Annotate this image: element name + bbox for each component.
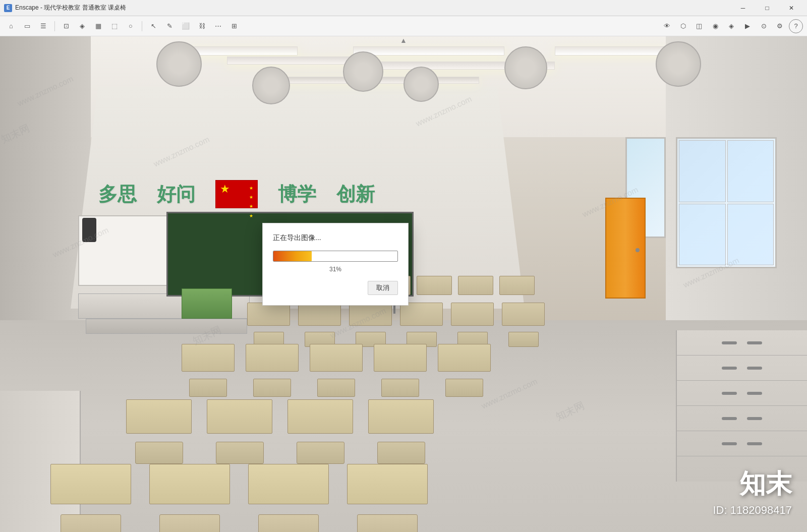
chair-seat	[216, 442, 264, 464]
desk-surface	[310, 344, 363, 372]
cube-button[interactable]: ⬡	[676, 19, 690, 33]
desk-unit	[417, 276, 452, 295]
eye-button[interactable]: 👁	[660, 19, 674, 33]
ceiling-fan-1	[156, 41, 202, 87]
desk-surface	[400, 303, 443, 326]
window-controls: ─ □ ✕	[731, 0, 803, 16]
desk-unit	[126, 399, 192, 464]
desk-unit	[246, 344, 299, 397]
toolbar-separator-2	[142, 21, 142, 31]
window-pane	[727, 140, 774, 202]
more-button[interactable]: ⋯	[211, 19, 225, 33]
desk-unit	[298, 303, 341, 347]
image-button[interactable]: ⬜	[179, 19, 193, 33]
desk-unit	[248, 464, 329, 532]
app-icon: E	[4, 4, 12, 12]
desk-row-2	[247, 303, 545, 347]
ceiling-fan-2	[343, 51, 383, 92]
view-button[interactable]: ⊙	[757, 19, 771, 33]
cabinet-handle	[722, 341, 737, 344]
draw-button[interactable]: ✎	[162, 19, 177, 33]
desk-row-3	[182, 344, 491, 397]
chair-seat	[61, 514, 121, 532]
cabinet-handle	[747, 341, 762, 344]
cabinet-row-4	[677, 406, 807, 431]
toolbar-separator-1	[54, 21, 55, 31]
chair-seat	[297, 442, 344, 464]
window-pane	[727, 204, 774, 266]
toolbar-right: 👁 ⬡ ◫ ◉ ◈ ▶ ⊙ ⚙ ?	[660, 19, 803, 33]
desk-unit	[207, 399, 272, 464]
dimension-button[interactable]: ◫	[692, 19, 706, 33]
help-button[interactable]: ?	[789, 19, 803, 33]
motto-1: 多思	[98, 182, 137, 207]
desk-surface	[374, 344, 427, 372]
brand-name: 知末	[713, 466, 792, 502]
ceiling-light-2	[353, 46, 504, 55]
desk-surface	[149, 464, 230, 504]
sphere-button[interactable]: ◉	[708, 19, 722, 33]
close-button[interactable]: ✕	[780, 0, 803, 16]
chair-seat	[317, 379, 355, 397]
desk-surface	[499, 276, 535, 295]
chair-seat	[159, 514, 220, 532]
desk-surface	[349, 303, 392, 326]
desk-unit	[50, 464, 131, 532]
cursor-button[interactable]: ↖	[146, 19, 160, 33]
lectern	[182, 288, 232, 319]
desk-row-4	[126, 399, 434, 464]
chair-seat	[357, 514, 418, 532]
cancel-button[interactable]: 取消	[368, 281, 398, 295]
link-button[interactable]: ⛓	[195, 19, 209, 33]
desk-unit	[149, 464, 230, 532]
desk-surface	[287, 399, 353, 434]
desk-unit	[374, 344, 427, 397]
maximize-button[interactable]: □	[756, 0, 779, 16]
motto-2: 好问	[157, 182, 195, 207]
desk-surface	[246, 344, 299, 372]
chair-seat	[381, 379, 419, 397]
desk-surface	[438, 344, 491, 372]
ceiling-light-3	[555, 46, 666, 55]
top-handle[interactable]: ▲	[400, 36, 407, 44]
toolbar: ⌂ ▭ ☰ ⊡ ◈ ▦ ⬚ ○ ↖ ✎ ⬜ ⛓ ⋯ ⊞ 👁 ⬡ ◫ ◉ ◈ ▶ …	[0, 16, 807, 36]
desk-unit	[247, 303, 290, 347]
mottos-container: 多思 好问 ★ ★★★★ 博学 创新	[98, 180, 441, 208]
dialog-title: 正在导出图像...	[273, 233, 398, 243]
globe-button[interactable]: ○	[124, 19, 138, 33]
settings-button[interactable]: ◈	[75, 19, 89, 33]
extra-button[interactable]: ⊞	[227, 19, 241, 33]
title-bar: E Enscape - 现代学校教室 普通教室 课桌椅 ─ □ ✕	[0, 0, 807, 16]
desk-unit	[368, 399, 434, 464]
gear-button[interactable]: ⚙	[773, 19, 787, 33]
window-pane	[679, 204, 726, 266]
ceiling-fan-4	[656, 41, 701, 87]
desk-unit	[458, 276, 493, 295]
viewport: 多思 好问 ★ ★★★★ 博学 创新	[0, 36, 807, 532]
window-pane	[679, 140, 726, 202]
storage-cabinets	[676, 330, 807, 482]
chair-seat	[445, 379, 483, 397]
desk-surface	[451, 303, 494, 326]
china-flag: ★ ★★★★	[215, 180, 258, 208]
desk-surface	[502, 303, 545, 326]
progress-bar	[273, 251, 398, 262]
desk-surface	[126, 399, 192, 434]
speaker-left	[82, 218, 96, 242]
menu-button[interactable]: ☰	[36, 19, 50, 33]
cabinet-handle	[722, 417, 737, 420]
palette-button[interactable]: ◈	[724, 19, 738, 33]
chair-seat	[135, 442, 183, 464]
progress-fill	[273, 251, 312, 261]
chair-seat	[253, 379, 291, 397]
render-button[interactable]: ▶	[740, 19, 755, 33]
screenshot-button[interactable]: ⊡	[59, 19, 73, 33]
desk-surface	[458, 276, 493, 295]
grid-button[interactable]: ▦	[91, 19, 105, 33]
home-button[interactable]: ⌂	[4, 19, 18, 33]
desk-surface	[298, 303, 341, 326]
file-button[interactable]: ▭	[20, 19, 34, 33]
export-button[interactable]: ⬚	[107, 19, 122, 33]
minimize-button[interactable]: ─	[731, 0, 755, 16]
cabinet-row-2	[677, 356, 807, 381]
